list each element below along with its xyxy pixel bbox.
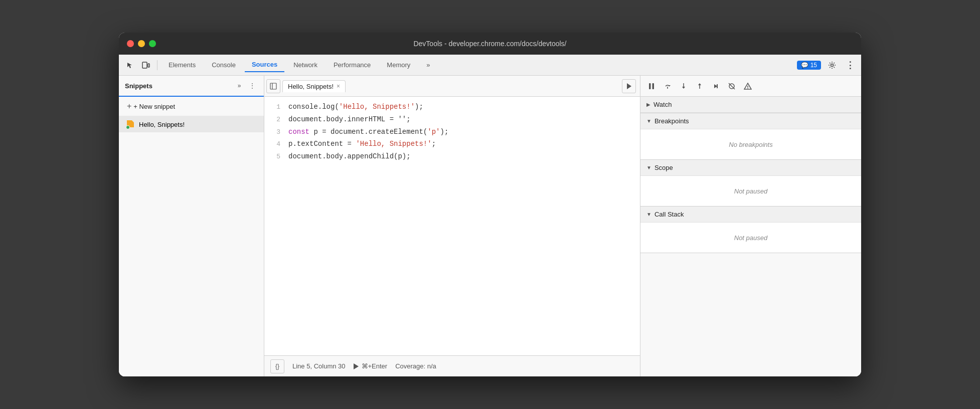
code-line-4: 4 p.textContent = 'Hello, Snippets!'; [264, 138, 640, 150]
format-icon: {} [275, 363, 279, 370]
svg-rect-3 [270, 83, 276, 89]
sidebar-more-icon[interactable]: » [234, 80, 245, 91]
cursor-position: Line 5, Column 30 [292, 362, 346, 370]
maximize-button[interactable] [149, 40, 156, 47]
watch-chevron-icon: ▶ [646, 102, 650, 107]
scope-chevron-icon: ▼ [646, 165, 651, 170]
svg-line-15 [729, 83, 735, 89]
snippet-active-dot [126, 125, 130, 129]
plus-icon: + [127, 102, 131, 111]
svg-rect-6 [649, 83, 651, 89]
editor-tab-close-button[interactable]: × [337, 83, 340, 90]
callstack-panel-title: Call Stack [655, 211, 684, 218]
line-number-4: 4 [268, 139, 280, 150]
debug-toolbar [640, 76, 861, 97]
svg-marker-5 [627, 83, 631, 89]
new-snippet-label: + New snippet [133, 103, 175, 110]
code-line-5: 5 document.body.appendChild(p); [264, 150, 640, 163]
line-number-5: 5 [268, 152, 280, 162]
editor-tabs: Hello, Snippets! × [264, 76, 640, 97]
format-button[interactable]: {} [270, 359, 284, 373]
window-title: DevTools - developer.chrome.com/docs/dev… [413, 40, 566, 48]
tab-sources[interactable]: Sources [245, 58, 284, 72]
window-controls [127, 40, 156, 47]
sidebar-title: Snippets [125, 82, 152, 90]
callstack-status-label: Not paused [734, 234, 768, 242]
watch-panel-title: Watch [654, 101, 672, 108]
dont-pause-exceptions-button[interactable] [741, 79, 755, 93]
scope-status-label: Not paused [734, 187, 768, 195]
step-over-button[interactable] [661, 79, 675, 93]
svg-rect-1 [148, 64, 149, 67]
sidebar-toggle-button[interactable] [266, 79, 280, 93]
code-line-3: 3 const p = document.createElement('p'); [264, 126, 640, 138]
close-button[interactable] [127, 40, 134, 47]
badge-count: 15 [810, 62, 817, 69]
run-shortcut-button[interactable]: ⌘+Enter [354, 362, 388, 370]
breakpoints-chevron-icon: ▼ [646, 118, 651, 124]
tab-elements[interactable]: Elements [161, 58, 203, 72]
line-content-2: document.body.innerHTML = ''; [288, 114, 411, 125]
step-button[interactable] [709, 79, 723, 93]
snippet-item[interactable]: Hello, Snippets! [119, 116, 264, 132]
tab-console[interactable]: Console [205, 58, 243, 72]
scope-panel: ▼ Scope Not paused [640, 160, 861, 207]
callstack-chevron-icon: ▼ [646, 212, 651, 217]
notifications-badge[interactable]: 💬 15 [797, 61, 821, 70]
right-panel: ▶ Watch ▼ Breakpoints No breakpoints ▼ S… [640, 76, 861, 376]
minimize-button[interactable] [138, 40, 145, 47]
editor-tab-hello-snippets[interactable]: Hello, Snippets! × [282, 80, 346, 92]
svg-marker-13 [698, 83, 701, 85]
step-out-button[interactable] [693, 79, 707, 93]
code-editor[interactable]: 1 console.log('Hello, Snippets!'); 2 doc… [264, 97, 640, 355]
breakpoints-panel-header[interactable]: ▼ Breakpoints [640, 113, 861, 129]
toolbar-right: 💬 15 ⋮ [797, 58, 857, 72]
no-breakpoints-label: No breakpoints [729, 141, 772, 148]
sidebar-menu-icon[interactable]: ⋮ [247, 80, 258, 91]
scope-panel-header[interactable]: ▼ Scope [640, 160, 861, 176]
main-content: Snippets » ⋮ + + New snippet Hello, Snip… [119, 76, 861, 376]
new-snippet-button[interactable]: + + New snippet [119, 97, 264, 116]
step-into-button[interactable] [677, 79, 691, 93]
separator [157, 60, 157, 70]
tab-network[interactable]: Network [286, 58, 324, 72]
line-content-3: const p = document.createElement('p'); [288, 126, 448, 137]
line-number-1: 1 [268, 102, 280, 113]
editor-tab-name: Hello, Snippets! [288, 83, 334, 90]
run-triangle-icon [354, 363, 359, 369]
breakpoints-panel-content: No breakpoints [640, 129, 861, 159]
watch-panel-header[interactable]: ▶ Watch [640, 97, 861, 113]
snippet-name: Hello, Snippets! [139, 121, 185, 128]
line-content-4: p.textContent = 'Hello, Snippets!'; [288, 138, 436, 149]
svg-point-19 [747, 88, 748, 89]
sidebar: Snippets » ⋮ + + New snippet Hello, Snip… [119, 76, 264, 376]
deactivate-breakpoints-button[interactable] [725, 79, 739, 93]
breakpoints-panel: ▼ Breakpoints No breakpoints [640, 113, 861, 160]
cursor-tool-icon[interactable] [123, 58, 137, 72]
run-shortcut-label: ⌘+Enter [362, 362, 388, 370]
main-toolbar: Elements Console Sources Network Perform… [119, 55, 861, 76]
tab-memory[interactable]: Memory [380, 58, 417, 72]
snippet-file-icon [127, 120, 135, 128]
more-options-icon[interactable]: ⋮ [843, 58, 857, 72]
scope-panel-title: Scope [655, 164, 673, 171]
line-content-5: document.body.appendChild(p); [288, 151, 411, 162]
callstack-panel-header[interactable]: ▼ Call Stack [640, 207, 861, 223]
more-tabs-button[interactable]: » [419, 58, 437, 72]
sidebar-header-icons: » ⋮ [234, 80, 258, 91]
callstack-panel: ▼ Call Stack Not paused [640, 207, 861, 253]
svg-marker-11 [682, 87, 685, 89]
scope-panel-content: Not paused [640, 176, 861, 206]
sidebar-header: Snippets » ⋮ [119, 76, 264, 97]
svg-rect-7 [652, 83, 655, 89]
svg-point-2 [831, 64, 834, 66]
run-snippet-button[interactable] [622, 79, 636, 93]
svg-rect-0 [142, 62, 147, 68]
line-number-2: 2 [268, 115, 280, 125]
titlebar: DevTools - developer.chrome.com/docs/dev… [119, 33, 861, 55]
tab-performance[interactable]: Performance [326, 58, 378, 72]
device-toggle-icon[interactable] [139, 58, 153, 72]
pause-button[interactable] [644, 79, 659, 93]
settings-icon[interactable] [825, 58, 839, 72]
status-bar: {} Line 5, Column 30 ⌘+Enter Coverage: n… [264, 355, 640, 376]
